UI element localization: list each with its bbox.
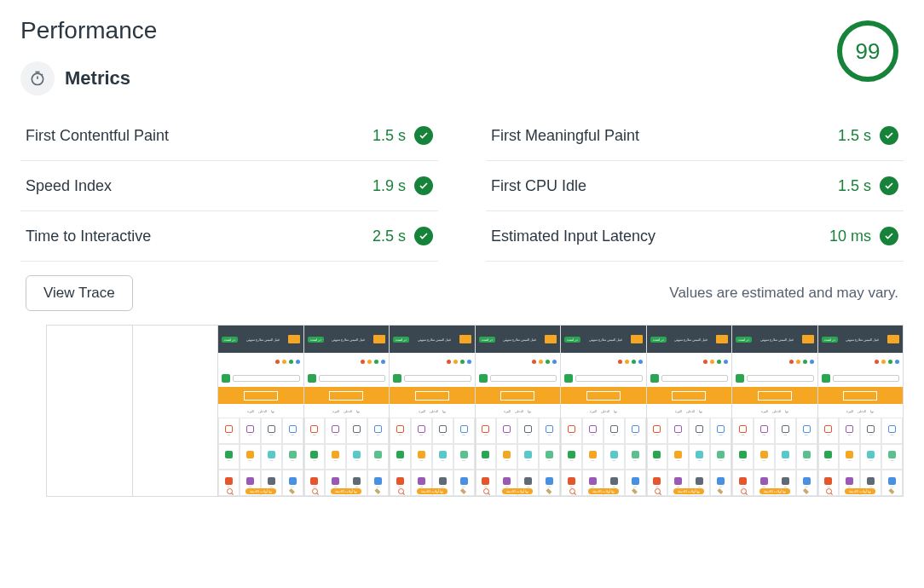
metric-row-si: Speed Index 1.9 s [20, 161, 438, 211]
metric-label: First Contentful Paint [26, 127, 169, 145]
filmstrip-frame: در استقبيل الميمن سلارع سيهتيالتيرةالدخل… [647, 326, 733, 496]
metric-label: Estimated Input Latency [491, 228, 655, 245]
filmstrip-frame: در استقبيل الميمن سلارع سيهتيالتيرةالدخل… [476, 326, 562, 496]
filmstrip-frame [47, 326, 133, 496]
metric-label: First CPU Idle [491, 177, 586, 195]
metric-row-fmp: First Meaningful Paint 1.5 s [486, 111, 904, 161]
metrics-grid: First Contentful Paint 1.5 s Speed Index… [20, 111, 904, 262]
performance-score-value: 99 [856, 38, 881, 65]
metric-value: 10 ms [829, 228, 871, 245]
disclaimer-text: Values are estimated and may vary. [669, 285, 898, 302]
metric-value: 1.5 s [838, 127, 871, 145]
metric-value: 2.5 s [372, 228, 406, 245]
page-title: Performance [20, 17, 837, 44]
filmstrip-frame: در استقبيل الميمن سلارع سيهتيالتيرةالدخل… [561, 326, 647, 496]
check-icon [880, 126, 898, 145]
metric-label: Time to Interactive [26, 228, 151, 245]
metric-row-fcp: First Contentful Paint 1.5 s [20, 111, 438, 161]
metric-row-eil: Estimated Input Latency 10 ms [486, 211, 904, 262]
metric-value: 1.9 s [372, 177, 406, 195]
filmstrip-frame: در استقبيل الميمن سلارع سيهتيالتيرةالدخل… [732, 326, 818, 496]
metric-label: First Meaningful Paint [491, 127, 639, 145]
filmstrip-frame: در استقبيل الميمن سلارع سيهتيالتيرةالدخل… [304, 326, 390, 496]
check-icon [880, 176, 898, 195]
check-icon [880, 227, 898, 245]
filmstrip-frame: در استقبيل الميمن سلارع سيهتيالتيرةالدخل… [390, 326, 476, 496]
filmstrip: در استقبيل الميمن سلارع سيهتيالتيرةالدخل… [46, 325, 904, 497]
view-trace-button[interactable]: View Trace [26, 275, 133, 311]
metric-value: 1.5 s [372, 127, 406, 145]
metrics-header: Metrics [20, 61, 837, 95]
filmstrip-frame: در استقبيل الميمن سلارع سيهتيالتيرةالدخل… [218, 326, 304, 496]
check-icon [414, 126, 433, 145]
performance-score-ring: 99 [837, 20, 898, 82]
filmstrip-frame [133, 326, 219, 496]
check-icon [414, 176, 433, 195]
metric-row-tti: Time to Interactive 2.5 s [20, 211, 438, 262]
check-icon [414, 227, 433, 245]
metric-label: Speed Index [26, 177, 112, 195]
filmstrip-frame: در استقبيل الميمن سلارع سيهتيالتيرةالدخل… [818, 326, 904, 496]
metric-value: 1.5 s [838, 177, 871, 195]
metrics-section-title: Metrics [65, 67, 130, 89]
stopwatch-icon [20, 61, 55, 95]
metric-row-fci: First CPU Idle 1.5 s [486, 161, 904, 211]
